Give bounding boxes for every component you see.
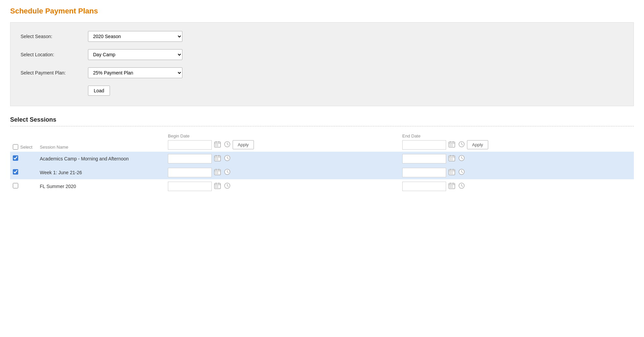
payment-plan-row: Select Payment Plan: 25% Payment Plan 50… — [21, 67, 623, 78]
end-date-row-cell-1 — [402, 167, 631, 177]
table-row: FL Summer 2020 — [10, 179, 634, 193]
svg-rect-29 — [217, 159, 218, 160]
end-date-header-calendar-icon[interactable] — [447, 140, 456, 150]
begin-date-header: Begin Date — [165, 131, 400, 152]
svg-rect-70 — [215, 186, 216, 186]
svg-rect-84 — [451, 187, 452, 188]
row-checkbox-cell-0 — [10, 152, 37, 165]
end-date-header-apply-button[interactable]: Apply — [467, 140, 488, 149]
season-select[interactable]: 2020 Season 2019 Season 2021 Season — [88, 31, 182, 42]
begin-date-row-cell-2 — [168, 181, 397, 191]
svg-rect-50 — [215, 173, 216, 174]
svg-rect-71 — [217, 186, 218, 186]
svg-rect-62 — [451, 173, 452, 174]
calendar-svg — [214, 141, 221, 148]
begin-date-row-cell-0 — [168, 154, 397, 163]
begin-date-input-1[interactable] — [168, 168, 212, 177]
svg-rect-73 — [217, 187, 218, 188]
svg-rect-83 — [450, 187, 451, 188]
end-clock-icon-0[interactable] — [458, 154, 466, 163]
payment-plan-select[interactable]: 25% Payment Plan 50% Payment Plan Full P… — [88, 67, 182, 78]
begin-date-header-calendar-icon[interactable] — [213, 140, 222, 150]
begin-date-row-cell-1 — [168, 167, 397, 177]
svg-rect-6 — [215, 146, 216, 146]
begin-clock-icon-1[interactable] — [223, 168, 231, 177]
location-select[interactable]: Day Camp Overnight Camp Virtual Camp — [88, 49, 182, 60]
svg-rect-17 — [450, 146, 451, 146]
page-title: Schedule Payment Plans — [10, 7, 634, 16]
begin-calendar-icon-1[interactable] — [213, 167, 222, 177]
clock-svg — [224, 141, 231, 148]
row-checkbox-cell-1 — [10, 165, 37, 179]
end-date-header-clock-icon[interactable] — [458, 140, 466, 149]
location-label: Select Location: — [21, 52, 88, 57]
select-all-checkbox[interactable] — [13, 144, 18, 150]
svg-rect-18 — [451, 146, 452, 146]
sessions-table: Select Session Name Begin Date — [10, 131, 634, 193]
begin-date-input-2[interactable] — [168, 182, 212, 191]
session-name-1: Week 1: June 21-26 — [37, 165, 165, 179]
begin-date-label: Begin Date — [168, 133, 397, 139]
sessions-divider — [10, 126, 634, 126]
svg-rect-27 — [217, 158, 218, 159]
begin-calendar-icon-2[interactable] — [213, 181, 222, 191]
begin-date-input-0[interactable] — [168, 154, 212, 163]
end-calendar-icon-2[interactable] — [447, 181, 456, 191]
svg-rect-5 — [217, 144, 218, 145]
end-date-row-cell-2 — [402, 181, 631, 191]
row-checkbox-2[interactable] — [13, 183, 18, 188]
svg-rect-16 — [451, 144, 452, 145]
begin-clock-icon-2[interactable] — [223, 182, 231, 191]
table-header-row: Select Session Name Begin Date — [10, 131, 634, 152]
row-checkbox-0[interactable] — [13, 155, 18, 161]
load-row: Load — [21, 86, 623, 96]
end-calendar-icon-1[interactable] — [447, 167, 456, 177]
end-date-input-0[interactable] — [402, 154, 446, 163]
begin-date-header-input[interactable] — [168, 140, 212, 150]
select-header: Select — [10, 131, 37, 152]
begin-date-header-apply-button[interactable]: Apply — [233, 140, 254, 149]
end-date-cell-1 — [400, 165, 634, 179]
table-row: Week 1: June 21-26 — [10, 165, 634, 179]
svg-rect-81 — [450, 186, 451, 186]
svg-rect-4 — [215, 144, 216, 145]
season-row: Select Season: 2020 Season 2019 Season 2… — [21, 31, 623, 42]
begin-date-cell-1 — [165, 165, 400, 179]
end-date-input-1[interactable] — [402, 168, 446, 177]
filter-panel: Select Season: 2020 Season 2019 Season 2… — [10, 22, 634, 106]
svg-rect-15 — [450, 144, 451, 145]
clock-svg-end — [458, 141, 465, 148]
svg-rect-72 — [215, 187, 216, 188]
svg-rect-28 — [215, 159, 216, 160]
session-name-header: Session Name — [37, 131, 165, 152]
payment-plan-label: Select Payment Plan: — [21, 70, 88, 75]
svg-rect-48 — [215, 172, 216, 173]
end-date-input-2[interactable] — [402, 182, 446, 191]
end-date-header-input[interactable] — [402, 140, 446, 150]
end-clock-icon-2[interactable] — [458, 182, 466, 191]
begin-date-cell-2 — [165, 179, 400, 193]
svg-rect-60 — [451, 172, 452, 173]
end-date-header-cell: Apply — [402, 140, 631, 150]
svg-rect-40 — [451, 159, 452, 160]
begin-date-header-cell: Apply — [168, 140, 397, 150]
svg-rect-82 — [451, 186, 452, 186]
begin-clock-icon-0[interactable] — [223, 154, 231, 163]
sessions-section: Select Sessions Select Session Name Begi… — [10, 116, 634, 193]
end-calendar-icon-0[interactable] — [447, 154, 456, 163]
svg-rect-26 — [215, 158, 216, 159]
location-row: Select Location: Day Camp Overnight Camp… — [21, 49, 623, 60]
svg-rect-39 — [450, 159, 451, 160]
end-date-cell-0 — [400, 152, 634, 165]
sessions-tbody: Academics Camp - Morning and Afternoon — [10, 152, 634, 193]
svg-rect-37 — [450, 158, 451, 159]
begin-date-cell-0 — [165, 152, 400, 165]
session-name-0: Academics Camp - Morning and Afternoon — [37, 152, 165, 165]
begin-date-header-clock-icon[interactable] — [223, 140, 231, 149]
svg-rect-59 — [450, 172, 451, 173]
begin-calendar-icon-0[interactable] — [213, 154, 222, 163]
end-clock-icon-1[interactable] — [458, 168, 466, 177]
load-button[interactable]: Load — [88, 86, 110, 96]
page-container: Schedule Payment Plans Select Season: 20… — [0, 0, 644, 200]
row-checkbox-1[interactable] — [13, 169, 18, 175]
